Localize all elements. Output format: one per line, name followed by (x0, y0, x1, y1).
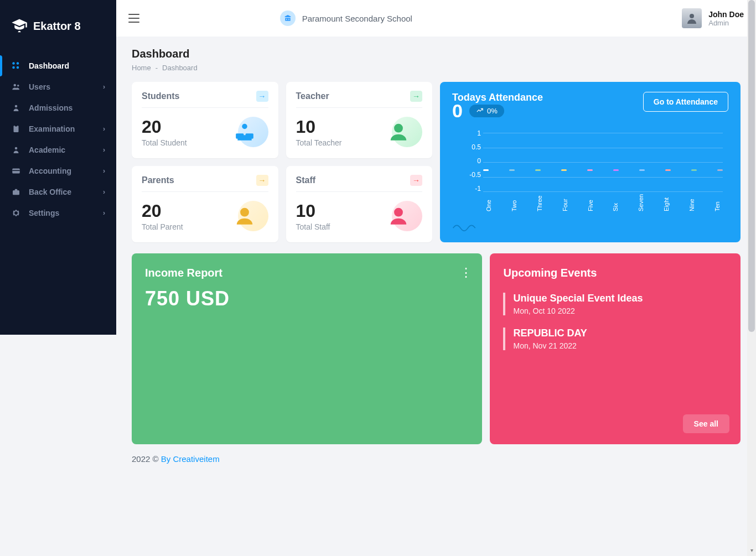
user-menu[interactable]: John Doe Admin (682, 8, 744, 28)
x-tick: Ten (714, 200, 721, 211)
x-tick: Six (612, 200, 619, 211)
svg-point-20 (394, 208, 403, 217)
scrollbar-thumb[interactable] (748, 0, 755, 332)
svg-rect-16 (236, 133, 244, 139)
graduation-cap-icon (11, 18, 28, 34)
svg-rect-13 (15, 189, 18, 190)
sidebar-label: Settings (29, 209, 59, 217)
see-all-button[interactable]: See all (683, 414, 729, 433)
stat-subtitle: Total Teacher (296, 138, 342, 147)
sidebar-item-academic[interactable]: Academic › (0, 139, 116, 160)
arrow-right-icon: → (256, 175, 268, 186)
event-item[interactable]: Unique Special Event Ideas Mon, Oct 10 2… (503, 293, 727, 315)
attendance-chart: 1 0.5 0 -0.5 -1 (452, 129, 728, 209)
sidebar-label: Academic (29, 146, 65, 154)
arrow-right-icon: → (410, 91, 422, 102)
attendance-value: 0 (452, 100, 463, 122)
sidebar-item-users[interactable]: Users › (0, 76, 116, 97)
x-tick: Five (587, 200, 594, 211)
stat-subtitle: Total Student (142, 138, 187, 147)
svg-point-19 (240, 208, 249, 217)
svg-rect-12 (13, 190, 19, 195)
user-text: John Doe Admin (708, 10, 744, 27)
sidebar-item-backoffice[interactable]: Back Office › (0, 181, 116, 202)
stat-cards: Students → 20 Total Student (132, 82, 432, 242)
chart-x-axis: One Two Three Four Five Six Seven Eight … (483, 202, 723, 209)
stat-title: Students (142, 91, 179, 101)
sidebar-item-accounting[interactable]: Accounting › (0, 160, 116, 181)
school-selector[interactable]: Paramount Secondary School (280, 11, 412, 26)
svg-point-15 (242, 124, 247, 129)
page-title: Dashboard (132, 48, 741, 60)
academic-icon (11, 145, 21, 155)
top-grid: Students → 20 Total Student (132, 82, 741, 242)
sidebar-item-admissions[interactable]: Admissions (0, 97, 116, 118)
gear-icon (11, 208, 21, 218)
breadcrumb-home[interactable]: Home (132, 64, 151, 72)
avatar (682, 8, 702, 28)
x-tick: Nine (688, 200, 695, 211)
user-name: John Doe (708, 10, 744, 19)
briefcase-icon (11, 187, 21, 197)
y-tick: 1 (452, 129, 481, 137)
event-name: Unique Special Event Ideas (513, 293, 727, 304)
income-title: Income Report (145, 267, 469, 279)
school-icon (280, 11, 296, 26)
logo-area[interactable]: Ekattor 8 (0, 0, 116, 52)
svg-point-5 (17, 85, 19, 86)
stat-card-parents[interactable]: Parents → 20 Total Parent (132, 166, 278, 242)
chevron-right-icon: › (103, 209, 105, 217)
sidebar-item-settings[interactable]: Settings › (0, 202, 116, 224)
x-tick: Three (536, 200, 543, 211)
scrollbar[interactable]: ▴ ▾ (747, 0, 756, 556)
x-tick: One (485, 200, 492, 211)
income-card: ⋮ Income Report 750 USD (132, 253, 482, 444)
svg-point-0 (12, 62, 15, 65)
event-date: Mon, Oct 10 2022 (513, 306, 727, 315)
menu-toggle-icon[interactable] (128, 14, 139, 23)
user-role: Admin (708, 19, 744, 27)
breadcrumb-current: Dashboard (162, 64, 198, 72)
svg-point-6 (15, 105, 18, 108)
events-title: Upcoming Events (503, 267, 727, 279)
go-to-attendance-button[interactable]: Go to Attendance (643, 92, 728, 112)
stat-title: Parents (142, 175, 174, 185)
x-tick: Eight (663, 200, 670, 211)
y-tick: 0.5 (452, 143, 481, 151)
chevron-right-icon: › (103, 83, 105, 91)
chart-series (483, 169, 723, 171)
event-date: Mon, Nov 21 2022 (513, 341, 727, 350)
stat-card-teachers[interactable]: Teacher → 10 Total Teacher (286, 82, 433, 158)
arrow-right-icon: → (256, 91, 268, 102)
svg-rect-17 (245, 133, 253, 139)
stat-value: 20 (142, 117, 187, 137)
parent-icon (230, 201, 268, 231)
footer-link[interactable]: By Creativeitem (161, 454, 220, 464)
chevron-right-icon: › (103, 167, 105, 175)
sidebar-item-dashboard[interactable]: Dashboard (0, 55, 116, 76)
page-body: Dashboard Home - Dashboard Students → 20… (116, 37, 756, 556)
event-item[interactable]: REPUBLIC DAY Mon, Nov 21 2022 (503, 328, 727, 350)
chevron-right-icon: › (103, 146, 105, 154)
stat-title: Staff (296, 175, 316, 185)
chevron-right-icon: › (103, 125, 105, 133)
trend-up-icon (476, 107, 484, 115)
svg-point-9 (15, 147, 18, 150)
svg-rect-7 (14, 126, 19, 132)
sidebar-item-examination[interactable]: Examination › (0, 118, 116, 139)
chart-y-axis: 1 0.5 0 -0.5 -1 (452, 129, 481, 193)
more-menu-icon[interactable]: ⋮ (460, 266, 472, 280)
stat-value: 10 (296, 201, 330, 221)
main-area: Paramount Secondary School John Doe Admi… (116, 0, 756, 556)
scroll-down-icon[interactable]: ▾ (747, 547, 756, 556)
stat-card-students[interactable]: Students → 20 Total Student (132, 82, 278, 158)
y-tick: -0.5 (452, 171, 481, 179)
svg-point-14 (690, 14, 694, 18)
svg-rect-11 (12, 170, 20, 172)
stat-card-staff[interactable]: Staff → 10 Total Staff (286, 166, 433, 242)
events-card: Upcoming Events Unique Special Event Ide… (490, 253, 741, 444)
stat-title: Teacher (296, 91, 329, 101)
teacher-icon (384, 117, 422, 147)
stat-subtitle: Total Staff (296, 222, 330, 231)
breadcrumb-separator: - (156, 64, 158, 72)
